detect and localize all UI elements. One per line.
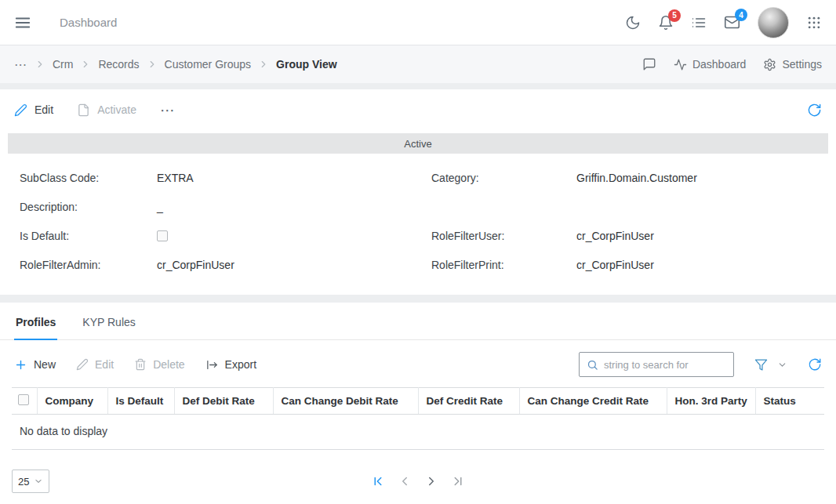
record-form: SubClass Code: EXTRA Category: Griffin.D… (0, 154, 836, 279)
export-button-label: Export (225, 358, 256, 371)
messages-button[interactable]: 4 (724, 14, 740, 31)
field-value-subclass-code: EXTRA (157, 163, 431, 192)
chevron-down-icon (777, 360, 787, 370)
column-header-status[interactable]: Status (755, 388, 824, 415)
page-size-select[interactable]: 25 (12, 470, 49, 493)
more-actions-button[interactable]: ⋯ (160, 103, 176, 118)
apps-grid-button[interactable] (806, 15, 822, 31)
column-header-def-credit-rate[interactable]: Def Credit Rate (418, 388, 519, 415)
next-page-icon (424, 474, 438, 488)
field-label-is-default: Is Default: (20, 221, 157, 250)
field-label-rolefilteradmin: RoleFilterAdmin: (20, 250, 157, 279)
chevron-right-icon (258, 59, 269, 70)
dark-mode-button[interactable] (625, 15, 641, 31)
dashboard-link-label: Dashboard (692, 58, 747, 71)
table-header-row: Company Is Default Def Debit Rate Can Ch… (12, 388, 824, 415)
refresh-button[interactable] (807, 103, 822, 118)
record-toolbar: Edit Activate ⋯ (0, 89, 836, 130)
last-page-button[interactable] (451, 474, 465, 488)
avatar[interactable] (758, 7, 789, 38)
status-bar: Active (8, 133, 828, 154)
breadcrumb-item-crm[interactable]: Crm (53, 58, 73, 71)
tab-profiles[interactable]: Profiles (14, 306, 57, 339)
chevron-right-icon (35, 59, 45, 70)
select-all-checkbox[interactable] (18, 394, 29, 405)
pencil-icon (76, 358, 89, 371)
grid-delete-button-label: Delete (153, 358, 184, 371)
breadcrumb-item-records[interactable]: Records (98, 58, 139, 71)
record-card: Edit Activate ⋯ Active SubClass Code: EX… (0, 89, 836, 295)
topbar: Dashboard 5 4 (0, 0, 836, 45)
tab-kyp-rules-label: KYP Rules (82, 316, 135, 328)
export-button[interactable]: Export (205, 358, 256, 372)
breadcrumb-ellipsis[interactable]: ⋯ (14, 57, 27, 72)
empty-message: No data to display (12, 415, 824, 450)
grid-edit-button[interactable]: Edit (76, 358, 114, 371)
field-value-rolefilterprint: cr_CorpFinUser (576, 250, 820, 279)
field-value-description: _ (157, 192, 431, 221)
column-header-company[interactable]: Company (37, 388, 107, 415)
grid-card: Profiles KYP Rules New Edit Delete Expor… (0, 303, 836, 504)
refresh-icon (807, 103, 822, 118)
pencil-icon (14, 103, 27, 117)
field-label-rolefilteruser: RoleFilterUser: (431, 221, 576, 250)
page-size-value: 25 (18, 476, 29, 488)
column-header-can-change-debit-rate[interactable]: Can Change Debit Rate (273, 388, 418, 415)
search-box (579, 352, 734, 377)
status-text: Active (404, 138, 431, 150)
search-icon (587, 359, 598, 371)
chevron-right-icon (80, 59, 91, 70)
empty-row: No data to display (12, 415, 824, 450)
feedback-button[interactable] (642, 57, 656, 71)
previous-page-icon (398, 474, 412, 488)
last-page-icon (451, 474, 465, 488)
first-page-button[interactable] (371, 474, 385, 488)
page-title: Dashboard (60, 16, 117, 29)
previous-page-button[interactable] (398, 474, 412, 488)
is-default-checkbox[interactable] (157, 230, 168, 241)
plus-icon (14, 358, 27, 372)
hamburger-icon (14, 14, 31, 31)
tab-profiles-label: Profiles (16, 316, 56, 328)
next-page-button[interactable] (424, 474, 438, 488)
refresh-icon (808, 357, 822, 372)
grid-refresh-button[interactable] (808, 357, 822, 372)
field-value-rolefilteradmin: cr_CorpFinUser (157, 250, 431, 279)
column-header-can-change-credit-rate[interactable]: Can Change Credit Rate (519, 388, 667, 415)
edit-button[interactable]: Edit (14, 103, 53, 117)
filter-button[interactable] (754, 358, 768, 372)
notifications-badge: 5 (668, 9, 681, 22)
settings-link-label: Settings (782, 58, 822, 71)
activate-button-label: Activate (97, 103, 136, 116)
document-icon (77, 103, 90, 117)
activity-icon (674, 58, 687, 71)
edit-button-label: Edit (35, 103, 53, 116)
tab-kyp-rules[interactable]: KYP Rules (81, 306, 136, 339)
first-page-icon (371, 474, 385, 488)
column-header-is-default[interactable]: Is Default (107, 388, 174, 415)
tabs: Profiles KYP Rules (0, 303, 836, 340)
apps-grid-icon (806, 15, 822, 31)
column-header-def-debit-rate[interactable]: Def Debit Rate (174, 388, 273, 415)
new-button[interactable]: New (14, 358, 56, 372)
comment-icon (642, 57, 656, 71)
menu-toggle-button[interactable] (14, 14, 31, 31)
filter-options-button[interactable] (777, 360, 787, 370)
breadcrumb-item-group-view[interactable]: Group View (276, 58, 337, 71)
field-value-category: Griffin.Domain.Customer (576, 163, 820, 192)
grid-edit-button-label: Edit (95, 358, 114, 371)
pager: 25 (0, 460, 836, 504)
profiles-table: Company Is Default Def Debit Rate Can Ch… (12, 387, 824, 450)
breadcrumb-item-customer-groups[interactable]: Customer Groups (165, 58, 251, 71)
task-list-button[interactable] (691, 15, 707, 31)
activate-button[interactable]: Activate (77, 103, 136, 117)
settings-link[interactable]: Settings (763, 58, 822, 71)
export-icon (205, 358, 219, 372)
grid-delete-button[interactable]: Delete (134, 358, 184, 371)
search-input[interactable] (604, 359, 726, 371)
dashboard-link[interactable]: Dashboard (674, 58, 747, 71)
column-header-hon-3rd-party[interactable]: Hon. 3rd Party (667, 388, 755, 415)
chevron-down-icon (34, 477, 43, 486)
chevron-right-icon (147, 59, 158, 70)
notifications-button[interactable]: 5 (658, 15, 674, 31)
